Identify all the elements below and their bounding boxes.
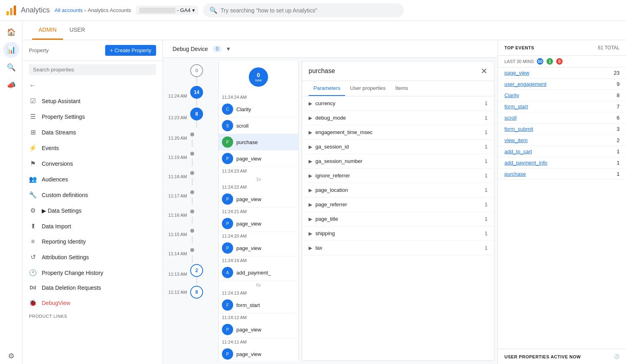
param-expand-engagement-time[interactable]: ▶ [309,130,312,135]
sidebar-label-data-import: Data Import [42,223,71,230]
search-bar[interactable]: 🔍 [203,3,404,17]
timeline-time-9: 11:14 AM [166,251,190,256]
event-link-add-to-cart[interactable]: add_to_cart [504,148,532,155]
tab-parameters[interactable]: Parameters [309,81,345,96]
sidebar-item-data-import[interactable]: ⬆ Data Import [22,218,163,234]
event-link-user-engagement[interactable]: user_engagement [504,81,547,87]
param-expand-shipping[interactable]: ▶ [309,231,312,236]
param-row-page-location[interactable]: ▶ page_location 1 [302,183,494,197]
sidebar-item-audiences[interactable]: 👥 Audiences [22,171,163,187]
sidebar-item-setup-assistant[interactable]: ☑ Setup Assistant [22,93,163,109]
param-row-tax[interactable]: ▶ tax 1 [302,241,494,255]
timeline-bubble-11[interactable]: 8 [190,286,203,299]
create-property-button[interactable]: + Create Property [105,45,156,56]
event-item-purchase[interactable]: P purchase [219,134,298,150]
param-row-engagement-time[interactable]: ▶ engagement_time_msec 1 [302,125,494,140]
sidebar-search-input[interactable] [29,64,156,75]
event-item-page-view-4[interactable]: P page_view [219,240,298,256]
sidebar-item-custom-definitions[interactable]: 🔧 Custom definitions [22,187,163,203]
event-item-page-view-3[interactable]: P page_view [219,216,298,232]
timeline-bubble-1[interactable]: 14 [190,86,203,99]
event-item-page-view-1[interactable]: P page_view [219,150,298,167]
nav-settings[interactable]: ⚙ [3,348,19,364]
event-num-user-engagement: 9 [617,81,620,87]
event-item-form-start[interactable]: F form_start [219,297,298,313]
event-item-page-view-6[interactable]: P page_view [219,346,298,361]
event-item-clarity[interactable]: C Clarity [219,101,298,118]
event-count-purchase: purchase 1 [498,169,626,180]
param-expand-page-referrer[interactable]: ▶ [309,202,312,207]
page-view-event-icon-5: P [222,324,233,335]
timeline-bubble-2[interactable]: 8 [190,108,203,120]
param-name-tax: tax [315,245,322,251]
sidebar-label-data-deletion-requests: Data Deletion Requests [42,285,101,291]
sidebar-item-property-settings[interactable]: ☰ Property Settings [22,109,163,124]
sidebar-label-property-change-history: Property Change History [42,270,103,276]
event-link-add-payment-info[interactable]: add_payment_info [504,160,547,166]
sidebar-item-data-settings[interactable]: ⚙ ▶ Data Settings [22,203,163,218]
sidebar-item-conversions[interactable]: ⚑ Conversions [22,156,163,171]
tab-admin[interactable]: ADMIN [32,21,63,40]
sidebar-item-data-streams[interactable]: ⊞ Data Streams [22,124,163,140]
event-num-add-payment-info: 1 [617,160,620,166]
param-row-debug-mode[interactable]: ▶ debug_mode 1 [302,111,494,125]
sidebar-item-data-deletion-requests[interactable]: Dd Data Deletion Requests [22,281,163,295]
nav-explore[interactable]: 🔍 [3,59,19,75]
param-expand-currency[interactable]: ▶ [309,101,312,106]
user-props-history-icon: 🕐 [614,354,620,359]
product-links-label: PRODUCT LINKS [22,311,163,322]
attribution-settings-icon: ↺ [29,253,37,261]
param-row-ga-session-number[interactable]: ▶ ga_session_number 1 [302,154,494,169]
debug-device-dropdown[interactable]: ▾ [227,45,230,53]
param-value-currency: 1 [485,100,488,106]
param-row-page-referrer[interactable]: ▶ page_referrer 1 [302,197,494,212]
timeline-bubble-10[interactable]: 2 [190,264,203,277]
param-expand-page-location[interactable]: ▶ [309,187,312,193]
param-row-shipping[interactable]: ▶ shipping 1 [302,226,494,241]
param-row-ignore-referrer[interactable]: ▶ ignore_referrer 1 [302,169,494,183]
sidebar-item-events[interactable]: ⚡ Events [22,140,163,156]
param-expand-page-title[interactable]: ▶ [309,216,312,222]
property-dropdown-icon: ▾ [192,7,195,13]
event-link-scroll[interactable]: scroll [504,115,516,121]
param-expand-ignore-referrer[interactable]: ▶ [309,173,312,179]
timeline-entry-3: 11:20 AM [166,129,218,147]
tab-items[interactable]: Items [390,81,413,96]
param-expand-ga-session-number[interactable]: ▶ [309,159,312,164]
event-link-page-view[interactable]: page_view [504,70,529,76]
nav-advertising[interactable]: 📣 [3,77,19,93]
event-count-add-to-cart: add_to_cart 1 [498,146,626,157]
event-time-112412: 11:24:12 AM [219,313,298,321]
sidebar-item-attribution-settings[interactable]: ↺ Attribution Settings [22,249,163,265]
event-item-page-view-2[interactable]: P page_view [219,191,298,207]
property-change-history-icon: 🕐 [29,269,37,277]
event-item-add-payment[interactable]: A add_payment_ [219,264,298,281]
search-input[interactable] [221,7,397,14]
param-row-currency[interactable]: ▶ currency 1 [302,96,494,111]
event-detail-close-button[interactable]: ✕ [481,66,488,76]
param-row-page-title[interactable]: ▶ page_title 1 [302,212,494,226]
tab-user-properties[interactable]: User properties [345,81,390,96]
param-row-ga-session-id[interactable]: ▶ ga_session_id 1 [302,140,494,154]
event-item-page-view-5[interactable]: P page_view [219,321,298,338]
sidebar-item-property-change-history[interactable]: 🕐 Property Change History [22,265,163,281]
sidebar-item-debugview[interactable]: 🐞 DebugView [22,295,163,311]
param-expand-tax[interactable]: ▶ [309,245,312,251]
param-expand-debug-mode[interactable]: ▶ [309,115,312,121]
event-link-clarity[interactable]: Clarity [504,92,519,98]
event-link-form-start[interactable]: form_start [504,104,528,110]
nav-home[interactable]: 🏠 [3,24,19,40]
property-selector[interactable]: - GA4 ▾ [136,6,198,15]
breadcrumb-all-accounts[interactable]: All accounts [55,7,83,13]
event-link-form-submit[interactable]: form_submit [504,126,533,132]
back-button[interactable]: ← [22,78,163,93]
tab-user[interactable]: USER [63,21,91,40]
nav-reports[interactable]: 📊 [3,42,19,58]
event-link-view-item[interactable]: view_item [504,137,528,143]
sidebar-item-reporting-identity[interactable]: ≡ Reporting Identity [22,234,163,249]
event-detail-panel: purchase ✕ Parameters User properties It… [302,61,494,361]
event-link-purchase[interactable]: purchase [504,171,526,177]
param-expand-ga-session-id[interactable]: ▶ [309,144,312,150]
page-view-event-icon-4: P [222,242,233,254]
event-item-scroll[interactable]: S scroll [219,118,298,134]
